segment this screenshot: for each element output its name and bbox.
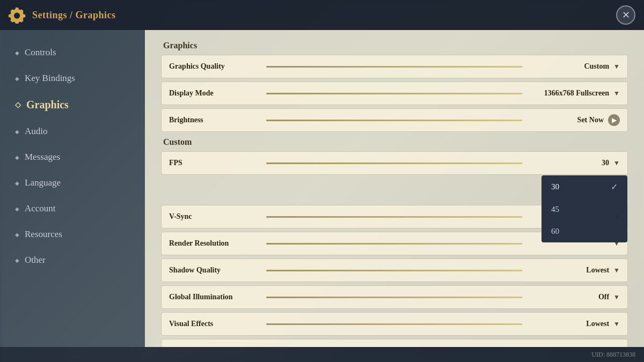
graphics-quality-value: Custom <box>584 62 609 71</box>
fps-option-45-label: 45 <box>551 205 559 214</box>
global-illumination-label: Global Illumination <box>169 293 233 301</box>
custom-section: Custom FPS 30 ▼ 30 ✓ 4 <box>161 137 628 347</box>
global-illumination-value-area: Off ▼ <box>598 293 620 301</box>
fps-label: FPS <box>169 159 182 167</box>
shadow-quality-label: Shadow Quality <box>169 266 221 275</box>
display-mode-value: 1366x768 Fullscreen <box>544 89 609 98</box>
brightness-action-button[interactable]: ▶ <box>608 114 620 126</box>
sidebar-item-graphics[interactable]: ◇ Graphics <box>0 92 145 117</box>
sidebar-label-language: Language <box>25 178 61 188</box>
fps-option-60[interactable]: 60 <box>541 220 627 242</box>
sidebar-label-other: Other <box>25 255 46 265</box>
global-illumination-arrow: ▼ <box>613 293 620 301</box>
close-button[interactable]: ✕ <box>616 5 635 25</box>
sidebar-label-audio: Audio <box>25 126 48 137</box>
fps-dropdown-popup: 30 ✓ 45 60 <box>541 175 627 242</box>
visual-effects-label: Visual Effects <box>169 320 213 328</box>
setting-row-brightness[interactable]: Brightness Set Now ▶ <box>161 108 628 132</box>
topbar-title: Settings / Graphics <box>32 10 116 21</box>
graphics-quality-arrow: ▼ <box>613 63 620 71</box>
sfx-quality-arrow: ▼ <box>613 347 620 348</box>
vsync-label: V-Sync <box>169 212 192 221</box>
content-area: ◆ Controls ◆ Key Bindings ◇ Graphics ◆ A… <box>0 30 644 347</box>
fps-value: 30 <box>602 159 609 167</box>
sidebar-label-controls: Controls <box>25 47 56 58</box>
topbar-left: Settings / Graphics <box>9 6 116 24</box>
sidebar-bullet-account: ◆ <box>15 206 19 212</box>
gear-icon <box>9 6 26 24</box>
global-illumination-value: Off <box>598 293 609 301</box>
sidebar-item-key-bindings[interactable]: ◆ Key Bindings <box>0 67 145 90</box>
sfx-quality-value-area: Lowest ▼ <box>586 346 620 347</box>
main-panel: Graphics Graphics Quality Custom ▼ Displ… <box>145 30 644 347</box>
graphics-quality-value-area: Custom ▼ <box>584 62 620 71</box>
brightness-value: Set Now <box>577 116 604 124</box>
graphics-section-title: Graphics <box>161 41 628 50</box>
fps-option-60-label: 60 <box>551 227 559 236</box>
fps-option-30-check: ✓ <box>611 182 618 192</box>
sidebar-bullet-messages: ◆ <box>15 154 19 160</box>
sidebar-item-language[interactable]: ◆ Language <box>0 171 145 195</box>
sidebar-bullet-other: ◆ <box>15 257 19 263</box>
sidebar-item-account[interactable]: ◆ Account <box>0 197 145 220</box>
graphics-quality-label: Graphics Quality <box>169 62 225 71</box>
render-resolution-label: Render Resolution <box>169 239 229 248</box>
visual-effects-value-area: Lowest ▼ <box>586 320 620 328</box>
sidebar-label-messages: Messages <box>25 152 60 162</box>
display-mode-arrow: ▼ <box>613 90 620 98</box>
fps-option-30-label: 30 <box>551 182 559 191</box>
sfx-quality-value: Lowest <box>586 346 609 347</box>
brightness-value-area: Set Now ▶ <box>577 114 620 126</box>
sidebar-bullet-controls: ◆ <box>15 50 19 56</box>
setting-row-global-illumination[interactable]: Global Illumination Off ▼ <box>161 285 628 309</box>
visual-effects-arrow: ▼ <box>613 320 620 328</box>
sidebar-item-controls[interactable]: ◆ Controls <box>0 41 145 64</box>
fps-option-30[interactable]: 30 ✓ <box>541 175 627 198</box>
fps-value-area: 30 ▼ <box>602 159 620 167</box>
sidebar-label-key-bindings: Key Bindings <box>25 73 75 84</box>
setting-row-sfx-quality[interactable]: SFX Quality Lowest ▼ <box>161 339 628 347</box>
topbar: Settings / Graphics ✕ <box>0 0 644 30</box>
visual-effects-value: Lowest <box>586 320 609 328</box>
uid-text: UID: 888713838 <box>591 351 635 359</box>
setting-row-fps[interactable]: FPS 30 ▼ 30 ✓ 45 <box>161 151 628 175</box>
sidebar-label-account: Account <box>25 203 56 214</box>
display-mode-label: Display Mode <box>169 89 214 98</box>
uid-bar: UID: 888713838 <box>0 347 644 362</box>
sidebar-item-resources[interactable]: ◆ Resources <box>0 223 145 246</box>
sidebar-item-messages[interactable]: ◆ Messages <box>0 145 145 169</box>
sidebar-item-other[interactable]: ◆ Other <box>0 248 145 272</box>
shadow-quality-value-area: Lowest ▼ <box>586 266 620 275</box>
sidebar-item-audio[interactable]: ◆ Audio <box>0 120 145 143</box>
sidebar-bullet-audio: ◆ <box>15 129 19 135</box>
sidebar-bullet-language: ◆ <box>15 180 19 186</box>
sidebar-label-resources: Resources <box>25 229 62 240</box>
display-mode-value-area: 1366x768 Fullscreen ▼ <box>544 89 620 98</box>
sfx-quality-label: SFX Quality <box>169 346 209 347</box>
sidebar-bullet-key-bindings: ◆ <box>15 76 19 82</box>
sidebar-label-graphics: Graphics <box>26 99 69 111</box>
sidebar: ◆ Controls ◆ Key Bindings ◇ Graphics ◆ A… <box>0 30 145 347</box>
setting-row-shadow-quality[interactable]: Shadow Quality Lowest ▼ <box>161 258 628 282</box>
fps-option-45[interactable]: 45 <box>541 198 627 220</box>
fps-arrow: ▼ <box>613 159 620 167</box>
setting-row-display-mode[interactable]: Display Mode 1366x768 Fullscreen ▼ <box>161 82 628 105</box>
sidebar-bullet-graphics: ◇ <box>15 100 21 109</box>
setting-row-graphics-quality[interactable]: Graphics Quality Custom ▼ <box>161 55 628 78</box>
brightness-label: Brightness <box>169 116 203 124</box>
custom-section-title: Custom <box>161 137 628 147</box>
sidebar-bullet-resources: ◆ <box>15 232 19 238</box>
shadow-quality-arrow: ▼ <box>613 267 620 275</box>
shadow-quality-value: Lowest <box>586 266 609 275</box>
setting-row-visual-effects[interactable]: Visual Effects Lowest ▼ <box>161 312 628 336</box>
